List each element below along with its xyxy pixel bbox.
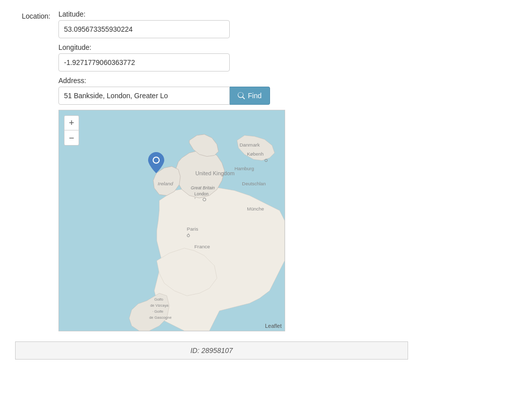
svg-text:Ireland: Ireland (158, 181, 173, 186)
latitude-label: Latitude: (58, 10, 285, 18)
status-bar: ID: 28958107 (15, 341, 408, 360)
longitude-input[interactable] (58, 53, 230, 72)
svg-text:Paris: Paris (187, 226, 198, 232)
svg-text:Danmark: Danmark (239, 142, 259, 148)
search-icon (238, 92, 245, 99)
find-button[interactable]: Find (230, 87, 270, 105)
latitude-input[interactable] (58, 20, 230, 38)
map-container[interactable]: United Kingdom Ireland Great Britain Lon… (58, 110, 285, 331)
svg-point-22 (154, 158, 159, 163)
svg-text:United Kingdom: United Kingdom (195, 170, 235, 176)
svg-text:°: ° (194, 197, 196, 201)
svg-text:Münche: Münche (247, 206, 264, 212)
location-label: Location: (15, 10, 50, 20)
svg-text:Golfo: Golfo (154, 297, 163, 302)
zoom-in-button[interactable]: + (64, 115, 79, 130)
address-row: Find (58, 87, 285, 105)
zoom-out-button[interactable]: − (64, 130, 79, 146)
status-text: ID: 28958107 (190, 346, 233, 355)
svg-text:London: London (194, 191, 209, 196)
map-controls: + − (64, 115, 79, 146)
leaflet-attribution[interactable]: Leaflet (265, 323, 282, 329)
map-pin (148, 152, 164, 175)
longitude-label: Longitude: (58, 43, 285, 51)
address-label: Address: (58, 77, 285, 85)
svg-text:Deutschlan: Deutschlan (242, 181, 266, 186)
svg-text:Københ: Københ (247, 151, 263, 157)
location-section: Location: Latitude: Longitude: Address: … (15, 10, 516, 331)
svg-text:France: France (194, 244, 210, 249)
map-background: United Kingdom Ireland Great Britain Lon… (59, 110, 285, 331)
svg-text:de Vizcaya: de Vizcaya (150, 303, 169, 308)
find-button-label: Find (248, 92, 261, 100)
svg-text:Great Britain: Great Britain (191, 185, 215, 190)
address-input[interactable] (58, 87, 230, 105)
svg-text:Hamburg: Hamburg (234, 166, 254, 171)
svg-text:· Golfe: · Golfe (152, 309, 163, 314)
svg-text:de Gascogne: de Gascogne (149, 315, 171, 320)
fields-column: Latitude: Longitude: Address: Find (58, 10, 285, 331)
